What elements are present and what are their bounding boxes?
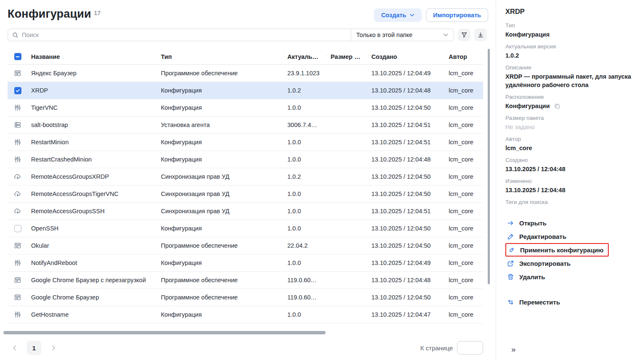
row-leading[interactable]: [8, 173, 28, 180]
table-row[interactable]: RemoteAccessGroupsXRDPСинхронизация прав…: [8, 168, 483, 185]
row-leading[interactable]: [8, 87, 28, 94]
row-name[interactable]: OpenSSH: [28, 225, 158, 232]
row-name[interactable]: Okular: [28, 242, 158, 249]
checkbox-unchecked-icon[interactable]: [14, 225, 21, 232]
row-name[interactable]: Google Chrome Браузер с перезагрузкой: [28, 277, 158, 283]
row-type: Программное обеспечение: [158, 277, 284, 283]
row-name[interactable]: TigerVNC: [28, 104, 158, 111]
row-leading[interactable]: [8, 104, 28, 111]
row-version: 23.9.1.1023: [284, 70, 327, 77]
action-apply-tag[interactable]: Применить конфигурацию: [505, 243, 609, 257]
row-name[interactable]: Google Chrome Браузер: [28, 294, 158, 301]
table-row[interactable]: TigerVNCКонфигурация1.0.013.10.2025 / 12…: [8, 99, 483, 116]
page-header: Конфигурации17 Создать Импортировать: [8, 0, 496, 22]
row-version: 3006.7.4…: [284, 122, 327, 128]
row-created: 13.10.2025 / 12:04:50: [368, 104, 445, 111]
row-leading[interactable]: [8, 225, 28, 232]
row-name[interactable]: XRDP: [28, 87, 158, 94]
row-type: Конфигурация: [158, 139, 284, 146]
table-row[interactable]: GetHostnameКонфигурация1.0.013.10.2025 /…: [8, 306, 483, 323]
table-row[interactable]: XRDPКонфигурация1.0.213.10.2025 / 12:04:…: [8, 82, 483, 99]
import-button-label: Импортировать: [433, 12, 481, 19]
row-name[interactable]: salt-bootstrap: [28, 122, 158, 128]
row-leading[interactable]: [8, 276, 28, 284]
vertical-scrollbar[interactable]: [488, 49, 490, 284]
col-header-created[interactable]: Создано: [368, 53, 445, 60]
row-created: 13.10.2025 / 12:04:50: [368, 242, 445, 249]
row-name[interactable]: RemoteAccessGroupsTigerVNC: [28, 191, 158, 197]
row-leading[interactable]: [8, 138, 28, 146]
action-label: Открыть: [519, 220, 547, 227]
folder-filter-select[interactable]: Только в этой папке: [351, 29, 454, 41]
row-leading[interactable]: [8, 294, 28, 301]
action-export[interactable]: Экспортировать: [505, 257, 636, 270]
panel-collapse-button[interactable]: »: [511, 345, 516, 354]
row-name[interactable]: GetHostname: [28, 311, 158, 318]
action-trash[interactable]: Удалить: [505, 270, 636, 283]
detail-field: Создано13.10.2025 / 12:04:48: [505, 157, 636, 173]
col-header-name[interactable]: Название: [28, 53, 158, 60]
row-created: 13.10.2025 / 12:04:50: [368, 191, 445, 197]
row-type: Синхронизация прав УД: [158, 208, 284, 214]
row-leading[interactable]: [8, 190, 28, 198]
import-button[interactable]: Импортировать: [426, 8, 488, 22]
row-leading[interactable]: [8, 207, 28, 215]
table-body: Яндекс БраузерПрограммное обеспечение23.…: [8, 65, 483, 323]
download-button[interactable]: [474, 29, 487, 41]
horizontal-scrollbar[interactable]: [3, 331, 326, 334]
row-leading[interactable]: [8, 121, 28, 129]
row-name[interactable]: RestartMinion: [28, 139, 158, 146]
select-all-checkbox[interactable]: [8, 53, 28, 60]
action-label: Переместить: [519, 299, 560, 306]
details-actions: ОткрытьРедактироватьПрименить конфигурац…: [505, 216, 636, 309]
table-row[interactable]: RestartCrashedMinionКонфигурация1.0.013.…: [8, 151, 483, 168]
field-label: Тип: [505, 22, 636, 29]
row-name[interactable]: Яндекс Браузер: [28, 70, 158, 77]
row-leading[interactable]: [8, 311, 28, 318]
field-label: Теги для поиска: [505, 199, 636, 205]
table-row[interactable]: RestartMinionКонфигурация1.0.013.10.2025…: [8, 134, 483, 151]
page-number-button[interactable]: 1: [27, 341, 41, 355]
col-header-type[interactable]: Тип: [158, 53, 284, 60]
col-header-size[interactable]: Размер …: [327, 53, 368, 60]
row-leading[interactable]: [8, 156, 28, 163]
copy-icon[interactable]: [554, 103, 560, 109]
row-leading[interactable]: [8, 69, 28, 77]
table-row[interactable]: salt-bootstrapУстановка агента3006.7.4…1…: [8, 116, 483, 134]
row-leading[interactable]: [8, 259, 28, 267]
row-version: 119.0.60…: [284, 294, 327, 301]
row-name[interactable]: NotifyAndReboot: [28, 259, 158, 266]
table-row[interactable]: RemoteAccessGroupsSSHСинхронизация прав …: [8, 203, 483, 220]
field-value: 1.0.2: [505, 51, 636, 60]
table-row[interactable]: NotifyAndRebootКонфигурация1.0.013.10.20…: [8, 254, 483, 272]
next-page-button[interactable]: [46, 341, 60, 355]
col-header-version[interactable]: Актуаль…: [284, 53, 327, 60]
row-name[interactable]: RemoteAccessGroupsXRDP: [28, 173, 158, 180]
row-type: Программное обеспечение: [158, 294, 284, 301]
table-row[interactable]: RemoteAccessGroupsTigerVNCСинхронизация …: [8, 185, 483, 203]
row-version: 1.0.0: [284, 139, 327, 146]
field-label: Создано: [505, 157, 636, 163]
action-move-arrows[interactable]: Переместить: [505, 295, 636, 309]
row-type: Конфигурация: [158, 311, 284, 318]
row-leading[interactable]: [8, 242, 28, 249]
filter-button[interactable]: [458, 29, 471, 41]
row-name[interactable]: RestartCrashedMinion: [28, 156, 158, 163]
search-input[interactable]: [22, 32, 347, 38]
prev-page-button[interactable]: [8, 341, 22, 355]
detail-field: Изменено13.10.2025 / 12:04:48: [505, 178, 636, 194]
table-row[interactable]: Яндекс БраузерПрограммное обеспечение23.…: [8, 65, 483, 82]
table-row[interactable]: Google Chrome БраузерПрограммное обеспеч…: [8, 289, 483, 306]
action-arrow-right[interactable]: Открыть: [505, 216, 636, 230]
goto-page-input[interactable]: [457, 341, 483, 355]
col-header-author[interactable]: Автор: [445, 53, 483, 60]
checkbox-checked-icon[interactable]: [14, 87, 21, 94]
apply-tag-icon: [508, 246, 515, 254]
table-row[interactable]: Google Chrome Браузер с перезагрузкойПро…: [8, 272, 483, 289]
row-name[interactable]: RemoteAccessGroupsSSH: [28, 208, 158, 214]
create-button[interactable]: Создать: [374, 8, 422, 22]
action-pencil[interactable]: Редактировать: [505, 230, 636, 243]
table-row[interactable]: OkularПрограммное обеспечение22.04.213.1…: [8, 237, 483, 254]
row-author: lcm_core: [445, 311, 483, 318]
table-row[interactable]: OpenSSHКонфигурация1.0.013.10.2025 / 12:…: [8, 220, 483, 237]
